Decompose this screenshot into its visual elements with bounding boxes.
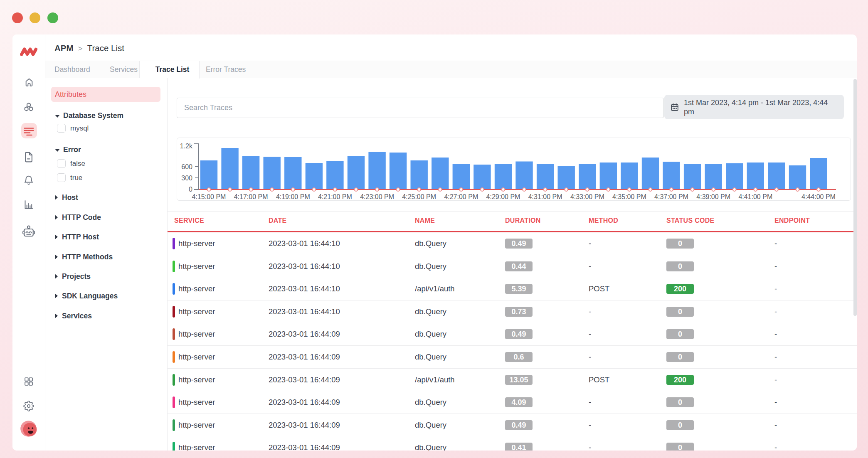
svg-text:4:25:00 PM: 4:25:00 PM <box>402 193 436 200</box>
svg-text:4:15:00 PM: 4:15:00 PM <box>192 193 226 200</box>
svg-text:4:44:00 PM: 4:44:00 PM <box>801 193 836 200</box>
svg-text:4:39:00 PM: 4:39:00 PM <box>696 193 730 200</box>
svg-text:4:21:00 PM: 4:21:00 PM <box>318 193 352 200</box>
svg-text:4:31:00 PM: 4:31:00 PM <box>528 193 562 200</box>
svg-text:4:29:00 PM: 4:29:00 PM <box>486 193 520 200</box>
svg-text:4:35:00 PM: 4:35:00 PM <box>612 193 646 200</box>
svg-text:4:17:00 PM: 4:17:00 PM <box>234 193 268 200</box>
svg-text:600: 600 <box>181 163 192 170</box>
svg-text:4:23:00 PM: 4:23:00 PM <box>360 193 394 200</box>
svg-text:4:37:00 PM: 4:37:00 PM <box>654 193 688 200</box>
svg-text:300: 300 <box>181 175 192 182</box>
svg-text:4:19:00 PM: 4:19:00 PM <box>276 193 310 200</box>
svg-text:4:41:00 PM: 4:41:00 PM <box>738 193 772 200</box>
svg-text:4:33:00 PM: 4:33:00 PM <box>570 193 604 200</box>
svg-text:0: 0 <box>189 186 192 193</box>
svg-text:4:27:00 PM: 4:27:00 PM <box>444 193 478 200</box>
svg-text:1.2k: 1.2k <box>180 143 193 150</box>
